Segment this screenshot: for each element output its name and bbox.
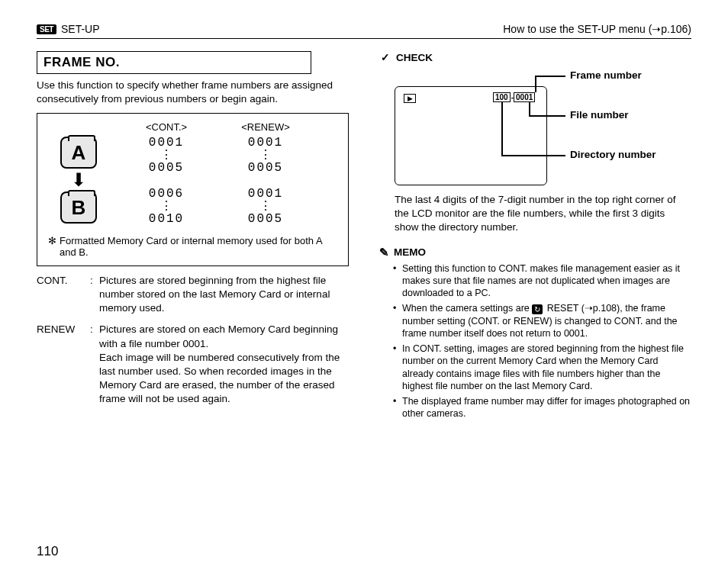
page-header: SET SET-UP How to use the SET-UP menu (➝…	[37, 23, 691, 39]
lcd-diagram: ▶ 100-0001 Frame number File number Dire…	[395, 71, 691, 185]
check-label: CHECK	[396, 52, 433, 63]
reset-icon: ↻	[532, 304, 543, 314]
num-value: 0001	[149, 136, 184, 150]
def-term: CONT.	[37, 274, 90, 316]
cont-header: <CONT.>	[146, 121, 187, 133]
memo-item: The displayed frame number may differ fo…	[393, 395, 691, 420]
frame-number-diagram: A ⬇ B <CONT.> 0001 ⋮ 0005 0006 ⋮ 0010	[37, 113, 349, 266]
page-number: 110	[37, 544, 58, 559]
section-intro: Use this function to specify whether fra…	[37, 79, 349, 105]
card-b-badge: B	[60, 191, 97, 224]
header-reference: How to use the SET-UP menu (➝p.106)	[503, 23, 691, 35]
def-body: Pictures are stored beginning from the h…	[99, 274, 349, 316]
callout-directory-number: Directory number	[570, 149, 656, 160]
memo-label: MEMO	[394, 246, 426, 258]
play-icon: ▶	[404, 94, 416, 103]
section-title: FRAME NO.	[37, 51, 311, 74]
renew-header: <RENEW>	[241, 121, 290, 133]
memo-item: Setting this function to CONT. makes fil…	[393, 262, 691, 300]
definition-row: CONT. : Pictures are stored beginning fr…	[37, 274, 349, 316]
memo-item: In CONT. setting, images are stored begi…	[393, 343, 691, 392]
arrow-down-icon: ⬇	[71, 175, 86, 185]
check-icon: ✓	[379, 51, 391, 63]
memo-item: When the camera settings are ↻ RESET (➝p…	[393, 302, 691, 339]
dots-icon: ⋮	[259, 151, 272, 161]
definition-row: RENEW : Pictures are stored on each Memo…	[37, 323, 349, 406]
setup-label: SET-UP	[61, 23, 100, 35]
memo-list: Setting this function to CONT. makes fil…	[379, 262, 691, 420]
num-value: 0005	[248, 161, 283, 175]
memo-icon: ✎	[379, 246, 389, 259]
num-value: 0005	[248, 212, 283, 226]
file-digits: 0001	[514, 92, 535, 102]
num-value: 0006	[149, 187, 184, 201]
def-body: Pictures are stored on each Memory Card …	[99, 323, 349, 406]
card-a-badge: A	[60, 137, 97, 169]
callout-file-number: File number	[570, 109, 629, 121]
dots-icon: ⋮	[160, 151, 172, 161]
num-value: 0001	[248, 187, 283, 201]
dots-icon: ⋮	[259, 202, 272, 212]
lcd-description: The last 4 digits of the 7-digit number …	[395, 193, 691, 235]
set-icon: SET	[37, 24, 56, 34]
num-value: 0001	[248, 136, 283, 150]
num-value: 0005	[149, 161, 184, 175]
num-value: 0010	[149, 212, 184, 226]
dots-icon: ⋮	[160, 202, 172, 212]
callout-frame-number: Frame number	[570, 69, 642, 81]
diagram-footnote: Formatted Memory Card or internal memory…	[60, 235, 337, 258]
footnote-star-icon: ✻	[48, 235, 56, 258]
def-term: RENEW	[37, 323, 90, 406]
